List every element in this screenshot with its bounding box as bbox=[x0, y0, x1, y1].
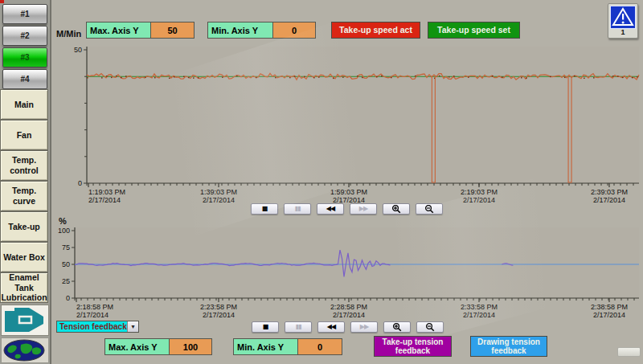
svg-text:0: 0 bbox=[78, 179, 82, 187]
chart2-stop-button[interactable]: ■ bbox=[252, 321, 279, 333]
svg-text:2/17/2014: 2/17/2014 bbox=[88, 196, 121, 204]
legend-take-up-speed-act[interactable]: Take-up speed act bbox=[331, 22, 420, 39]
chevron-down-icon[interactable]: ▾ bbox=[127, 321, 138, 332]
fast-forward-icon: ▶▶ bbox=[359, 206, 367, 212]
rewind-icon: ◀◀ bbox=[327, 324, 335, 330]
chart2-pause-button[interactable]: ▮▮ bbox=[285, 321, 312, 333]
corner-marker bbox=[0, 0, 4, 3]
company-logo-icon bbox=[2, 305, 47, 334]
chart2-min-axis-label: Min. Axis Y bbox=[233, 338, 298, 355]
globe-icon bbox=[2, 338, 47, 362]
svg-text:2:38:58 PM: 2:38:58 PM bbox=[591, 303, 628, 311]
chart1-stop-button[interactable]: ■ bbox=[251, 203, 278, 215]
svg-text:2:18:58 PM: 2:18:58 PM bbox=[76, 303, 113, 311]
chart1-unit-label: M/Min bbox=[56, 29, 81, 39]
hmi-screen: 1:19:03 PM2/17/20141:39:03 PM2/17/20141:… bbox=[0, 0, 643, 364]
zoom-out-icon bbox=[424, 204, 434, 214]
chart1-min-axis-label: Min. Axis Y bbox=[207, 22, 273, 39]
alarm-count: 1 bbox=[608, 28, 637, 36]
svg-text:2/17/2014: 2/17/2014 bbox=[203, 196, 235, 204]
legend-drawing-tension-feedback[interactable]: Drawing tension feedback bbox=[470, 336, 547, 357]
sidebar-item-temp-curve[interactable]: Temp. curve bbox=[0, 181, 48, 211]
chart2-rewind-button[interactable]: ◀◀ bbox=[317, 321, 345, 333]
svg-text:2:19:03 PM: 2:19:03 PM bbox=[461, 188, 498, 196]
svg-text:2/17/2014: 2/17/2014 bbox=[76, 311, 109, 319]
chart2-max-axis-label: Max. Axis Y bbox=[104, 338, 170, 355]
stop-icon: ■ bbox=[262, 206, 268, 212]
svg-text:2:28:58 PM: 2:28:58 PM bbox=[330, 303, 367, 311]
chart1-max-axis-value[interactable]: 50 bbox=[151, 22, 195, 39]
svg-text:2/17/2014: 2/17/2014 bbox=[463, 311, 495, 319]
rewind-icon: ◀◀ bbox=[326, 206, 334, 212]
svg-text:25: 25 bbox=[62, 277, 70, 285]
alarm-button[interactable]: 1 bbox=[608, 3, 638, 39]
chart1-min-axis-value[interactable]: 0 bbox=[273, 22, 316, 39]
sidebar-item-water-box[interactable]: Water Box bbox=[0, 242, 48, 272]
chart1-zoom-out-button[interactable] bbox=[416, 203, 443, 215]
legend-take-up-tension-feedback[interactable]: Take-up tension feedback bbox=[374, 336, 452, 357]
svg-text:1:39:03 PM: 1:39:03 PM bbox=[200, 188, 237, 196]
sidebar: #1#2#3#4MainFanTemp. controlTemp. curveT… bbox=[0, 0, 51, 364]
svg-text:50: 50 bbox=[74, 46, 82, 54]
svg-text:2:33:58 PM: 2:33:58 PM bbox=[461, 303, 498, 311]
svg-text:100: 100 bbox=[58, 227, 70, 235]
sidebar-item-fan[interactable]: Fan bbox=[0, 120, 48, 150]
fast-forward-icon: ▶▶ bbox=[360, 324, 368, 330]
svg-text:2/17/2014: 2/17/2014 bbox=[593, 196, 625, 204]
chart2-fast-forward-button[interactable]: ▶▶ bbox=[350, 321, 378, 333]
chart2-zoom-out-button[interactable] bbox=[416, 321, 444, 333]
chart1-rewind-button[interactable]: ◀◀ bbox=[317, 203, 344, 215]
legend-take-up-speed-set[interactable]: Take-up speed set bbox=[428, 22, 520, 39]
svg-text:2/17/2014: 2/17/2014 bbox=[333, 311, 365, 319]
stop-icon: ■ bbox=[263, 324, 268, 330]
sidebar-tab-num2[interactable]: #2 bbox=[2, 26, 47, 46]
zoom-in-icon bbox=[391, 204, 401, 214]
chart1-fast-forward-button[interactable]: ▶▶ bbox=[350, 203, 377, 215]
svg-text:2/17/2014: 2/17/2014 bbox=[593, 311, 625, 319]
svg-text:75: 75 bbox=[62, 243, 70, 252]
zoom-in-icon bbox=[392, 322, 402, 332]
pause-icon: ▮▮ bbox=[295, 206, 301, 212]
warning-triangle-icon bbox=[610, 6, 636, 29]
svg-text:1:19:03 PM: 1:19:03 PM bbox=[88, 188, 125, 196]
svg-text:2/17/2014: 2/17/2014 bbox=[463, 196, 495, 204]
company-logo bbox=[1, 305, 49, 336]
sidebar-tab-num4[interactable]: #4 bbox=[2, 69, 47, 89]
globe-logo bbox=[1, 337, 49, 363]
chart2-min-axis-value[interactable]: 0 bbox=[298, 338, 342, 355]
svg-text:2/17/2014: 2/17/2014 bbox=[203, 311, 235, 319]
spare-button[interactable] bbox=[617, 347, 641, 357]
chart1-max-axis-label: Max. Axis Y bbox=[86, 22, 151, 39]
svg-text:2:23:58 PM: 2:23:58 PM bbox=[200, 303, 237, 311]
sidebar-tab-num1[interactable]: #1 bbox=[2, 4, 47, 24]
svg-text:2:39:03 PM: 2:39:03 PM bbox=[591, 188, 628, 196]
trend-charts: 1:19:03 PM2/17/20141:39:03 PM2/17/20141:… bbox=[0, 0, 643, 364]
sidebar-item-main[interactable]: Main bbox=[0, 89, 48, 120]
sidebar-item-temp-control[interactable]: Temp. control bbox=[0, 150, 48, 181]
svg-text:1:59:03 PM: 1:59:03 PM bbox=[330, 188, 367, 196]
svg-text:0: 0 bbox=[66, 294, 70, 302]
selected-series: Tension feedback bbox=[57, 322, 127, 331]
chart2-unit-label: % bbox=[59, 216, 67, 226]
chart2-zoom-in-button[interactable] bbox=[383, 321, 411, 333]
zoom-out-icon bbox=[425, 322, 435, 332]
chart2-max-axis-value[interactable]: 100 bbox=[170, 338, 212, 355]
glare-overlay bbox=[80, 0, 450, 257]
sidebar-item-take-up[interactable]: Take-up bbox=[0, 211, 48, 242]
tension-series-select[interactable]: Tension feedback ▾ bbox=[56, 321, 139, 333]
svg-text:50: 50 bbox=[62, 260, 70, 268]
glare-overlay bbox=[294, 164, 622, 364]
pause-icon: ▮▮ bbox=[296, 324, 301, 330]
sidebar-item-enamel-tank-lubrication[interactable]: Enamel Tank Lubrication bbox=[0, 272, 48, 303]
chart1-pause-button[interactable]: ▮▮ bbox=[284, 203, 311, 215]
sidebar-tab-num3[interactable]: #3 bbox=[2, 47, 47, 67]
chart1-zoom-in-button[interactable] bbox=[383, 203, 410, 215]
